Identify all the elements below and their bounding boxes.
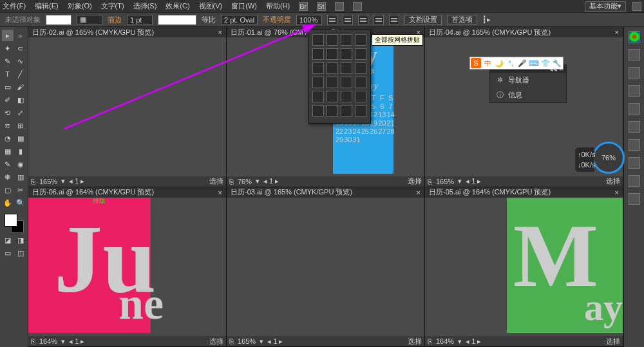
ime-moon-icon[interactable]: 🌙 bbox=[494, 58, 504, 68]
arrange-opt[interactable] bbox=[341, 91, 352, 102]
close-icon[interactable]: × bbox=[615, 189, 619, 196]
arrange-opt[interactable] bbox=[327, 34, 338, 46]
stroke-panel-icon[interactable] bbox=[629, 103, 640, 115]
close-icon[interactable]: × bbox=[615, 28, 619, 36]
color-panel-icon[interactable] bbox=[629, 31, 640, 42]
lasso-tool[interactable]: ⊂ bbox=[15, 42, 26, 54]
gradient-panel-icon[interactable] bbox=[629, 121, 640, 133]
arrange-opt[interactable] bbox=[341, 105, 352, 117]
color-mode-icon[interactable]: ◪ bbox=[2, 234, 14, 246]
arrange-opt[interactable] bbox=[355, 91, 366, 102]
stroke-profile[interactable] bbox=[158, 15, 196, 25]
graphic-styles-panel-icon[interactable] bbox=[629, 175, 640, 187]
width-tool[interactable]: ≋ bbox=[2, 120, 14, 131]
doc-tab-5[interactable]: 日历-03.ai @ 165% (CMYK/GPU 预览)× bbox=[227, 187, 424, 198]
zoom-tool[interactable]: 🔍 bbox=[15, 197, 26, 209]
zoom-field[interactable]: 165% bbox=[436, 178, 454, 185]
brushes-panel-icon[interactable] bbox=[629, 67, 640, 79]
close-icon[interactable]: × bbox=[218, 189, 222, 196]
screen-mode-icon[interactable]: ▭ bbox=[2, 247, 14, 259]
free-transform-tool[interactable]: ⊞ bbox=[15, 120, 26, 131]
arrange-opt[interactable] bbox=[312, 91, 324, 102]
prefs-button[interactable]: 首选项 bbox=[447, 15, 477, 25]
perspective-tool[interactable]: ▦ bbox=[15, 133, 26, 144]
canvas-1[interactable] bbox=[28, 37, 226, 176]
canvas-5[interactable] bbox=[227, 198, 424, 337]
mesh-tool[interactable]: ▦ bbox=[2, 145, 14, 157]
align-icon-5[interactable] bbox=[389, 15, 399, 25]
network-speed-badge[interactable]: ↑0K/s↓0K/s 76% bbox=[592, 142, 625, 174]
doc-tab-4[interactable]: 日历-06.ai @ 164% (CMYK/GPU 预览)× bbox=[28, 187, 226, 198]
arrange-opt[interactable] bbox=[327, 48, 338, 60]
symbol-sprayer-tool[interactable]: ❋ bbox=[2, 171, 14, 183]
workspace-switcher[interactable]: 基本功能 ▾ bbox=[585, 1, 626, 12]
canvas-6[interactable]: May bbox=[425, 198, 623, 337]
arrange-opt[interactable] bbox=[341, 77, 352, 88]
stroke-weight-input[interactable]: 1 pt bbox=[127, 15, 153, 25]
ime-lang[interactable]: 中 bbox=[482, 58, 493, 68]
eraser-tool[interactable]: ◧ bbox=[15, 94, 26, 106]
sogou-icon[interactable]: S bbox=[471, 58, 481, 68]
ime-keyboard-icon[interactable]: ⌨ bbox=[529, 58, 539, 68]
bridge-icon[interactable]: Br bbox=[299, 2, 308, 11]
stroke-swatch[interactable]: ▦ bbox=[77, 15, 102, 25]
menu-window[interactable]: 窗口(W) bbox=[231, 1, 257, 11]
ime-mic-icon[interactable]: 🎤 bbox=[517, 58, 527, 68]
shaper-tool[interactable]: ✐ bbox=[2, 94, 14, 106]
curvature-tool[interactable]: ∿ bbox=[15, 55, 26, 67]
rectangle-tool[interactable]: ▭ bbox=[2, 81, 14, 93]
column-graph-tool[interactable]: ▥ bbox=[15, 171, 26, 183]
arrange-opt[interactable] bbox=[355, 34, 366, 46]
fill-stroke-swatch[interactable] bbox=[5, 214, 24, 233]
menu-type[interactable]: 文字(T) bbox=[101, 1, 124, 11]
align-icon-3[interactable] bbox=[358, 15, 368, 25]
pen-tool[interactable]: ✎ bbox=[2, 55, 14, 67]
selection-tool[interactable]: ▸ bbox=[2, 30, 14, 41]
magic-wand-tool[interactable]: ✦ bbox=[2, 42, 14, 54]
arrange-opt[interactable] bbox=[312, 34, 324, 46]
blend-tool[interactable]: ◉ bbox=[15, 158, 26, 170]
arrange-opt[interactable] bbox=[341, 48, 352, 60]
layers-panel-icon[interactable] bbox=[629, 193, 640, 205]
direct-selection-tool[interactable]: ▹ bbox=[15, 30, 26, 41]
opacity-label[interactable]: 不透明度 bbox=[263, 15, 291, 24]
line-tool[interactable]: ╱ bbox=[15, 68, 26, 80]
menu-object[interactable]: 对象(O) bbox=[68, 1, 92, 11]
menu-effect[interactable]: 效果(C) bbox=[166, 1, 189, 11]
gradient-mode-icon[interactable]: ◨ bbox=[15, 234, 26, 246]
paintbrush-tool[interactable]: 🖌 bbox=[15, 81, 26, 93]
gradient-tool[interactable]: ▮ bbox=[15, 145, 26, 157]
shape-builder-tool[interactable]: ◔ bbox=[2, 133, 14, 144]
arrange-opt[interactable] bbox=[355, 62, 366, 74]
align-icon-4[interactable] bbox=[374, 15, 384, 25]
close-icon[interactable]: × bbox=[417, 189, 421, 196]
appearance-panel-icon[interactable] bbox=[629, 157, 640, 169]
doc-tab-1[interactable]: 日历-02.ai @ 165% (CMYK/GPU 预览)× bbox=[28, 27, 226, 37]
transparency-panel-icon[interactable] bbox=[629, 139, 640, 151]
menu-edit[interactable]: 编辑(E) bbox=[35, 1, 59, 11]
ime-settings-icon[interactable]: 🔧 bbox=[552, 58, 562, 68]
search-icon[interactable] bbox=[632, 2, 641, 11]
artboard-tool[interactable]: ▢ bbox=[2, 184, 14, 196]
flyout-icon[interactable]: ┇▸ bbox=[482, 15, 491, 24]
arrange-opt[interactable] bbox=[312, 48, 324, 60]
doc-tab-3[interactable]: 日历-04.ai @ 165% (CMYK/GPU 预览)× bbox=[425, 27, 623, 37]
arrange-opt[interactable] bbox=[312, 77, 324, 88]
eyedropper-tool[interactable]: ✎ bbox=[2, 158, 14, 170]
arrange-opt[interactable] bbox=[327, 105, 338, 117]
brush-definition[interactable]: 2 pt. Oval bbox=[221, 15, 258, 25]
scale-tool[interactable]: ⤢ bbox=[15, 107, 26, 118]
zoom-field[interactable]: 165% bbox=[238, 337, 256, 345]
stock-icon[interactable]: St bbox=[317, 2, 326, 11]
arrange-opt[interactable] bbox=[312, 105, 324, 117]
close-icon[interactable]: × bbox=[218, 28, 222, 36]
arrange-opt[interactable] bbox=[355, 48, 366, 60]
slice-tool[interactable]: ✂ bbox=[15, 184, 26, 196]
fill-swatch[interactable] bbox=[46, 15, 71, 25]
ime-skin-icon[interactable]: 👕 bbox=[540, 58, 551, 68]
arrange-opt[interactable] bbox=[355, 77, 366, 88]
ime-punct-icon[interactable]: °, bbox=[506, 58, 516, 68]
zoom-field[interactable]: 76% bbox=[238, 178, 252, 185]
draw-mode-icon[interactable]: ◫ bbox=[15, 247, 26, 259]
menu-help[interactable]: 帮助(H) bbox=[266, 1, 290, 11]
